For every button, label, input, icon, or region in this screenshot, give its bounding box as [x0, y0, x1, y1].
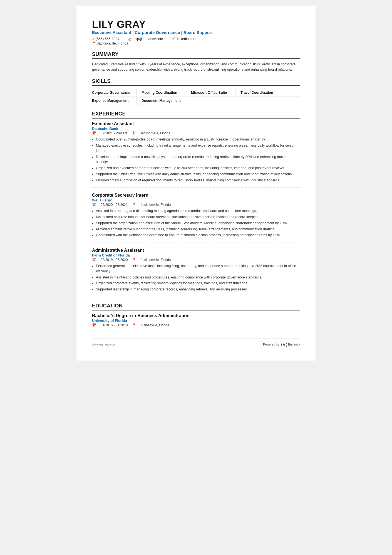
bullet-item: Performed general administrative tasks i… — [96, 263, 300, 274]
location-pin-icon: 📍 — [132, 258, 136, 262]
experience-section: EXPERIENCE Executive AssistantDeutsche B… — [92, 111, 300, 297]
footer: www.enhancv.com Powered by ⟨∨⟩ Enhancv — [92, 338, 300, 347]
calendar-icon: 📅 — [92, 131, 96, 135]
summary-text: Dedicated Executive Assistant with 3 yea… — [92, 62, 300, 73]
job-bullets: Coordinated over 20 high-profile board m… — [92, 137, 300, 183]
footer-website: www.enhancv.com — [92, 343, 117, 346]
bullet-item: Organized corporate events, facilitating… — [96, 281, 300, 286]
job-location: Jacksonville, Florida — [141, 258, 171, 262]
bullet-item: Maintained accurate minutes for board me… — [96, 214, 300, 220]
skill-item: Document Management — [142, 97, 186, 105]
bullet-item: Supported leadership in managing corpora… — [96, 287, 300, 292]
job-title: Corporate Secretary Intern — [92, 193, 300, 198]
powered-by-text: Powered by — [263, 343, 279, 346]
jobs-container: Executive AssistantDeutsche Bank📅09/2021… — [92, 121, 300, 297]
bullet-item: Coordinated with the Nominating Committe… — [96, 233, 300, 238]
candidate-name: LILY GRAY — [92, 19, 300, 30]
edu-meta: 📅01/2015 - 01/2019📍Gainesville, Florida — [92, 323, 300, 327]
calendar-icon: 📅 — [92, 203, 96, 207]
job-title: Executive Assistant — [92, 121, 300, 126]
location-pin-icon: 📍 — [132, 131, 136, 135]
experience-title: EXPERIENCE — [92, 111, 300, 119]
skill-item: Corporate Governance — [92, 89, 137, 97]
job-dates: 06/2020 - 08/2021 — [101, 203, 128, 207]
job-location: Jacksonville, Florida — [141, 203, 171, 207]
job-bullets: Performed general administrative tasks i… — [92, 263, 300, 292]
company-name: Wells Fargo — [92, 198, 300, 202]
phone-icon: ✆ — [92, 37, 95, 41]
email-icon: @ — [128, 37, 131, 41]
job-dates: 09/2021 - Present — [101, 131, 127, 135]
edu-degree: Bachelor's Degree in Business Administra… — [92, 313, 300, 318]
location-icon: 📍 — [92, 41, 96, 45]
skills-grid: Corporate GovernanceMeeting Coordination… — [92, 89, 300, 105]
brand-name: Enhancv — [288, 343, 300, 346]
company-name: Farm Credit of Florida — [92, 253, 300, 257]
skill-row: Corporate GovernanceMeeting Coordination… — [92, 89, 300, 97]
education-section: EDUCATION Bachelor's Degree in Business … — [92, 303, 300, 327]
job-location: Jacksonville, Florida — [140, 131, 170, 135]
header: LILY GRAY Executive Assistant | Corporat… — [92, 19, 300, 45]
footer-brand: Powered by ⟨∨⟩ Enhancv — [263, 342, 300, 347]
job-meta: 📅09/2021 - Present📍Jacksonville, Florida — [92, 131, 300, 135]
location-item: 📍 Jacksonville, Florida — [92, 41, 128, 45]
bullet-item: Assisted in preparing and distributing m… — [96, 208, 300, 214]
education-title: EDUCATION — [92, 303, 300, 310]
company-name: Deutsche Bank — [92, 127, 300, 131]
skill-item: Microsoft Office Suite — [191, 89, 235, 97]
logo-symbol: ⟨∨⟩ — [281, 342, 287, 347]
location-text: Jacksonville, Florida — [97, 41, 128, 45]
linkedin-icon: 🔗 — [172, 37, 176, 41]
job-entry: Executive AssistantDeutsche Bank📅09/2021… — [92, 121, 300, 188]
job-title: Administrative Assistant — [92, 248, 300, 253]
location-pin-icon: 📍 — [132, 323, 136, 327]
skill-item: Expense Management — [92, 97, 137, 105]
linkedin-text: linkedin.com — [177, 37, 196, 41]
job-meta: 📅06/2020 - 08/2021📍Jacksonville, Florida — [92, 203, 300, 207]
calendar-icon: 📅 — [92, 323, 96, 327]
job-dates: 08/2019 - 05/2020 — [101, 258, 128, 262]
bullet-item: Developed and implemented a new filing s… — [96, 154, 300, 165]
contact-row: ✆ (555) 555-1234 @ help@enhancv.com 🔗 li… — [92, 37, 300, 41]
bullet-item: Supported the organization and execution… — [96, 221, 300, 226]
bullet-item: Supported the Chief Executive Officer wi… — [96, 172, 300, 177]
edu-dates: 01/2015 - 01/2019 — [101, 323, 128, 327]
bullet-item: Coordinated over 20 high-profile board m… — [96, 137, 300, 142]
skills-title: SKILLS — [92, 78, 300, 86]
edu-container: Bachelor's Degree in Business Administra… — [92, 313, 300, 327]
resume-page: LILY GRAY Executive Assistant | Corporat… — [76, 6, 316, 361]
job-meta: 📅08/2019 - 05/2020📍Jacksonville, Florida — [92, 258, 300, 262]
edu-school: University of Florida — [92, 319, 300, 323]
job-entry: Administrative AssistantFarm Credit of F… — [92, 248, 300, 297]
calendar-icon: 📅 — [92, 258, 96, 262]
skills-section: SKILLS Corporate GovernanceMeeting Coord… — [92, 78, 300, 105]
edu-location: Gainesville, Florida — [141, 323, 169, 327]
job-entry: Corporate Secretary InternWells Fargo📅06… — [92, 193, 300, 243]
bullet-item: Provided administrative support for the … — [96, 227, 300, 232]
location-row: 📍 Jacksonville, Florida — [92, 41, 300, 45]
email-text: help@enhancv.com — [133, 37, 163, 41]
education-entry: Bachelor's Degree in Business Administra… — [92, 313, 300, 327]
location-pin-icon: 📍 — [132, 203, 136, 207]
skill-row: Expense ManagementDocument Management — [92, 97, 300, 105]
candidate-title: Executive Assistant | Corporate Governan… — [92, 30, 300, 35]
job-bullets: Assisted in preparing and distributing m… — [92, 208, 300, 238]
summary-section: SUMMARY Dedicated Executive Assistant wi… — [92, 51, 300, 73]
phone-item: ✆ (555) 555-1234 — [92, 37, 119, 41]
bullet-item: Organized and executed corporate functio… — [96, 166, 300, 171]
summary-title: SUMMARY — [92, 51, 300, 59]
bullet-item: Managed executive schedules, including t… — [96, 143, 300, 154]
phone-text: (555) 555-1234 — [96, 37, 119, 41]
email-item: @ help@enhancv.com — [128, 37, 163, 41]
skill-item: Travel Coordination — [240, 89, 285, 97]
bullet-item: Ensured timely submission of required do… — [96, 178, 300, 183]
enhancv-logo: ⟨∨⟩ Enhancv — [281, 342, 300, 347]
skill-item: Meeting Coordination — [142, 89, 186, 97]
linkedin-item: 🔗 linkedin.com — [172, 37, 196, 41]
bullet-item: Assisted in maintaining policies and pro… — [96, 275, 300, 280]
